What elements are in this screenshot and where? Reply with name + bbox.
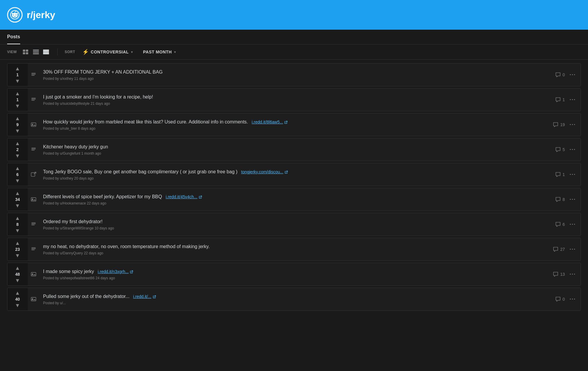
post-external-link[interactable]: i.redd.it/45v4ch... [166,194,202,199]
downvote-button[interactable]: ▼ [15,178,20,183]
svg-rect-11 [33,50,39,51]
subreddit-name: r/jerky [27,9,55,20]
svg-point-2 [13,14,14,15]
post-title[interactable]: Tong Jerky BOGO sale, Buy one get anothe… [43,169,547,175]
upvote-button[interactable]: ▲ [15,141,20,146]
more-options-button[interactable]: ··· [570,221,576,228]
vote-section: ▲ 34 ▼ [7,188,28,211]
post-meta: Posted by u/xxthey 11 days ago [43,77,547,81]
post-content: Kitchener heavy duty jerky gun Posted by… [39,138,551,161]
more-options-button[interactable]: ··· [570,72,576,78]
post-item: ▲ 1 ▼ 30% OFF FROM TONG JERKY + AN ADDIT… [7,63,581,86]
post-item: ▲ 8 ▼ Ordered my first dehydrator! Poste… [7,213,581,236]
comment-number: 1 [562,97,565,102]
more-options-button[interactable]: ··· [570,97,576,103]
downvote-button[interactable]: ▼ [15,153,20,158]
downvote-button[interactable]: ▼ [15,278,20,283]
post-actions: 8 ··· [551,188,581,211]
comment-count[interactable]: 13 [553,272,565,277]
post-title[interactable]: Ordered my first dehydrator! [43,218,547,225]
svg-rect-17 [31,73,36,74]
more-options-button[interactable]: ··· [570,246,576,253]
post-title[interactable]: my no heat, no dehydrator, no oven, room… [43,243,545,250]
post-external-link[interactable]: i.redd.it/n3xgrh... [98,269,133,274]
subreddit-header: r/jerky [0,0,588,30]
downvote-button[interactable]: ▼ [15,128,20,134]
downvote-button[interactable]: ▼ [15,303,20,308]
post-title[interactable]: How quickly would jerky from marbled mea… [43,119,545,125]
comment-count[interactable]: 27 [553,247,565,252]
post-type-icon [28,64,39,86]
compact-view-icon[interactable] [32,49,40,55]
vote-section: ▲ 6 ▼ [7,163,28,186]
post-title[interactable]: Pulled some jerky out of the dehydrator.… [43,293,547,300]
downvote-button[interactable]: ▼ [15,253,20,258]
post-title[interactable]: I made some spicy jerky i.redd.it/n3xgrh… [43,268,545,275]
comment-number: 1 [562,172,565,177]
sort-controversial-button[interactable]: ⚡ CONTROVERSIAL ▼ [80,47,136,56]
svg-rect-18 [31,74,36,74]
svg-rect-20 [31,98,36,99]
subreddit-logo [7,7,23,23]
vote-section: ▲ 9 ▼ [7,113,28,136]
comment-count[interactable]: 19 [553,122,565,127]
upvote-button[interactable]: ▲ [15,166,20,171]
post-type-icon [28,163,39,186]
upvote-button[interactable]: ▲ [15,191,20,196]
post-external-link[interactable]: tongjerky.com/discou... [241,169,288,174]
comment-icon [553,272,558,277]
post-list: ▲ 1 ▼ 30% OFF FROM TONG JERKY + AN ADDIT… [0,60,588,316]
vote-count: 40 [15,297,20,302]
comment-count[interactable]: 1 [555,97,565,102]
list-view-icon[interactable] [42,49,50,55]
downvote-button[interactable]: ▼ [15,203,20,208]
card-view-icon[interactable] [22,49,30,55]
svg-rect-16 [43,53,49,54]
post-title[interactable]: Different levels of spice beef jerky. Ap… [43,194,547,200]
comment-count[interactable]: 5 [555,147,565,152]
upvote-button[interactable]: ▲ [15,290,20,296]
post-external-link[interactable]: i.redd.it/8l6aw5... [252,120,288,124]
more-options-button[interactable]: ··· [570,271,576,278]
time-filter-button[interactable]: PAST MONTH ▼ [141,48,179,56]
downvote-button[interactable]: ▼ [15,78,20,84]
post-title[interactable]: 30% OFF FROM TONG JERKY + AN ADDITIONAL … [43,69,547,75]
comment-count[interactable]: 8 [555,197,565,202]
post-type-icon [28,288,39,310]
comment-count[interactable]: 6 [555,222,565,227]
post-title-text: my no heat, no dehydrator, no oven, room… [43,244,210,249]
svg-point-3 [15,14,16,15]
post-title-text: I just got a smoker and I'm looking for … [43,94,153,99]
upvote-button[interactable]: ▲ [15,116,20,121]
more-options-button[interactable]: ··· [570,196,576,203]
post-actions: 0 ··· [551,288,581,310]
post-title[interactable]: I just got a smoker and I'm looking for … [43,94,547,100]
upvote-button[interactable]: ▲ [15,91,20,96]
post-content: I just got a smoker and I'm looking for … [39,88,551,111]
svg-rect-9 [23,52,25,54]
time-chevron-icon: ▼ [173,50,176,54]
comment-count[interactable]: 0 [555,297,565,302]
comment-number: 5 [562,147,565,152]
vote-section: ▲ 1 ▼ [7,64,28,86]
svg-rect-14 [43,50,49,51]
upvote-button[interactable]: ▲ [15,240,20,246]
downvote-button[interactable]: ▼ [15,103,20,109]
more-options-button[interactable]: ··· [570,122,576,128]
comment-number: 0 [562,297,565,302]
posts-tab[interactable]: Posts [7,30,20,44]
comment-icon [555,222,561,227]
comment-count[interactable]: 0 [555,72,565,77]
post-title-text: Ordered my first dehydrator! [43,219,102,224]
upvote-button[interactable]: ▲ [15,215,20,221]
comment-count[interactable]: 1 [555,172,565,177]
post-external-link[interactable]: i.redd.it/... [133,294,156,299]
post-title[interactable]: Kitchener heavy duty jerky gun [43,144,547,150]
upvote-button[interactable]: ▲ [15,265,20,271]
more-options-button[interactable]: ··· [570,296,576,302]
more-options-button[interactable]: ··· [570,147,576,153]
downvote-button[interactable]: ▼ [15,228,20,233]
upvote-button[interactable]: ▲ [15,66,20,71]
more-options-button[interactable]: ··· [570,172,576,178]
vote-section: ▲ 40 ▼ [7,288,28,310]
